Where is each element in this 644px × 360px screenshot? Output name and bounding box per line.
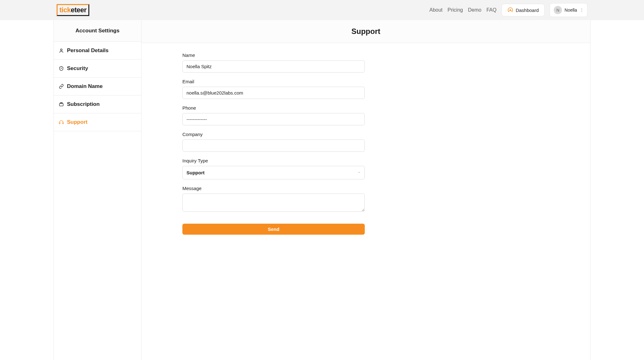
nav-links: About Pricing Demo FAQ Dashboard N Noell…	[429, 3, 587, 17]
header: ticketeer About Pricing Demo FAQ Dashboa…	[0, 0, 644, 20]
sidebar: Account Settings Personal Details Securi…	[53, 20, 142, 360]
content: Account Settings Personal Details Securi…	[0, 20, 644, 360]
person-icon	[59, 48, 64, 53]
kebab-icon: ⋮	[580, 8, 583, 13]
phone-input[interactable]	[182, 113, 365, 125]
email-input[interactable]	[182, 87, 365, 99]
logo[interactable]: ticketeer	[57, 4, 89, 16]
sidebar-item-label: Support	[67, 119, 87, 125]
svg-point-0	[510, 10, 511, 11]
inquiry-type-label: Inquiry Type	[182, 158, 365, 163]
dashboard-button[interactable]: Dashboard	[502, 4, 545, 16]
gauge-icon	[508, 7, 513, 13]
headset-icon	[59, 120, 64, 125]
sidebar-item-label: Security	[67, 65, 88, 72]
nav-pricing[interactable]: Pricing	[447, 7, 463, 13]
name-label: Name	[182, 52, 365, 58]
svg-rect-3	[59, 103, 63, 106]
nav-demo[interactable]: Demo	[468, 7, 481, 13]
phone-label: Phone	[182, 105, 365, 111]
sidebar-item-security[interactable]: Security	[54, 60, 141, 78]
svg-rect-4	[59, 123, 60, 124]
support-form: Name Email Phone Company Inquiry Type Su…	[142, 43, 406, 247]
message-label: Message	[182, 186, 365, 191]
user-menu-button[interactable]: N Noella ⋮	[550, 3, 587, 17]
main: Support Name Email Phone Company Inquiry…	[142, 20, 591, 360]
nav-about[interactable]: About	[429, 7, 442, 13]
link-icon	[59, 84, 64, 89]
user-name: Noella	[564, 8, 577, 13]
subscription-icon	[59, 102, 64, 107]
sidebar-item-support[interactable]: Support	[54, 113, 141, 131]
sidebar-item-label: Domain Name	[67, 83, 103, 90]
email-label: Email	[182, 79, 365, 84]
dashboard-label: Dashboard	[516, 8, 539, 13]
send-button[interactable]: Send	[182, 224, 365, 235]
page-title: Support	[142, 20, 590, 43]
logo-eteer-text: eteer	[71, 6, 86, 14]
svg-point-2	[61, 68, 61, 68]
name-input[interactable]	[182, 60, 365, 73]
company-label: Company	[182, 132, 365, 137]
sidebar-title: Account Settings	[54, 20, 141, 42]
svg-rect-5	[63, 123, 64, 124]
inquiry-type-select[interactable]: Support	[182, 166, 365, 179]
shield-icon	[59, 66, 64, 71]
nav-faq[interactable]: FAQ	[486, 7, 497, 13]
logo-tick-text: tick	[59, 6, 71, 14]
company-input[interactable]	[182, 139, 365, 152]
sidebar-item-label: Personal Details	[67, 47, 108, 54]
sidebar-item-domain-name[interactable]: Domain Name	[54, 78, 141, 95]
sidebar-item-label: Subscription	[67, 101, 100, 107]
avatar: N	[554, 6, 562, 14]
sidebar-item-personal-details[interactable]: Personal Details	[54, 42, 141, 60]
svg-point-1	[60, 49, 62, 51]
message-textarea[interactable]	[182, 194, 365, 212]
sidebar-item-subscription[interactable]: Subscription	[54, 95, 141, 113]
